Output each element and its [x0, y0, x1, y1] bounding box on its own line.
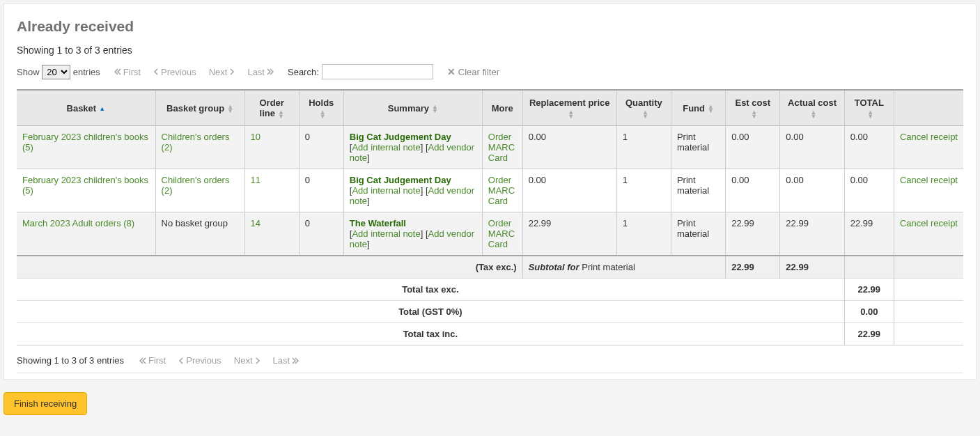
est-cost-value: 0.00 — [731, 132, 749, 142]
more-marc-link[interactable]: MARC — [488, 142, 515, 153]
first-link-bottom[interactable]: First — [139, 355, 166, 366]
chevron-right-icon — [255, 357, 260, 364]
more-card-link[interactable]: Card — [488, 153, 508, 163]
sort-desc-icon: ▼ — [568, 114, 574, 118]
item-title-link[interactable]: Big Cat Judgement Day — [350, 132, 451, 142]
subtotal-actual: 22.99 — [780, 256, 844, 279]
item-title-link[interactable]: The Waterfall — [350, 218, 406, 228]
table-row: March 2023 Adult orders (8)No basket gro… — [17, 212, 963, 256]
col-replacement-price[interactable]: Replacement price▲▼ — [522, 90, 616, 126]
add-internal-note-link[interactable]: Add internal note — [352, 142, 420, 153]
col-order-line[interactable]: Order line▲▼ — [244, 90, 299, 126]
table-toolbar: Show 20 entries First Previous Next Last — [17, 64, 963, 79]
sort-desc-icon: ▼ — [320, 114, 326, 118]
fund-value: Print material — [677, 218, 709, 239]
total-value: 0.00 — [850, 175, 868, 185]
quantity-value: 1 — [623, 218, 628, 228]
total-tax-exc-value: 22.99 — [844, 279, 894, 301]
previous-link[interactable]: Previous — [153, 67, 196, 77]
col-summary[interactable]: Summary▲▼ — [343, 90, 482, 126]
total-value: 22.99 — [850, 218, 873, 228]
replacement-price-value: 0.00 — [529, 175, 546, 185]
sort-desc-icon: ▼ — [708, 109, 714, 113]
col-holds[interactable]: Holds▲▼ — [299, 90, 343, 126]
clear-filter-link[interactable]: ✕ Clear filter — [447, 66, 499, 77]
total-gst-row: Total (GST 0%) 0.00 — [17, 301, 963, 323]
total-gst-label: Total (GST 0%) — [17, 301, 844, 323]
quantity-value: 1 — [623, 175, 628, 185]
sort-desc-icon: ▼ — [432, 109, 438, 113]
col-total[interactable]: TOTAL▲▼ — [844, 90, 894, 126]
basket-group-text: No basket group — [162, 218, 228, 228]
basket-group-link[interactable]: Children's orders (2) — [162, 132, 230, 153]
basket-link[interactable]: February 2023 children's books (5) — [22, 175, 148, 196]
double-chevron-right-icon — [292, 357, 299, 364]
total-tax-inc-row: Total tax inc. 22.99 — [17, 323, 963, 345]
pager-top: First Previous Next Last — [114, 67, 274, 77]
more-order-link[interactable]: Order — [488, 132, 511, 142]
chevron-left-icon — [153, 68, 159, 75]
more-card-link[interactable]: Card — [488, 196, 508, 206]
col-actual-cost[interactable]: Actual cost▲▼ — [780, 90, 844, 126]
order-line-link[interactable]: 10 — [251, 132, 260, 142]
fund-value: Print material — [677, 175, 709, 196]
search-input[interactable] — [322, 64, 433, 79]
first-link[interactable]: First — [114, 67, 141, 77]
more-marc-link[interactable]: MARC — [488, 185, 515, 196]
total-value: 0.00 — [850, 132, 868, 142]
col-basket-group[interactable]: Basket group▲▼ — [155, 90, 244, 126]
subtotal-tax-label: (Tax exc.) — [17, 256, 522, 279]
more-marc-link[interactable]: MARC — [488, 228, 515, 239]
col-quantity[interactable]: Quantity▲▼ — [616, 90, 671, 126]
col-est-cost[interactable]: Est cost▲▼ — [726, 90, 780, 126]
sort-desc-icon: ▼ — [642, 114, 648, 118]
sort-desc-icon: ▼ — [278, 114, 284, 118]
est-cost-value: 22.99 — [731, 218, 754, 228]
holds-value: 0 — [305, 175, 310, 185]
pager-bottom: First Previous Next Last — [139, 355, 299, 366]
finish-receiving-button[interactable]: Finish receiving — [3, 392, 87, 415]
page-title: Already received — [17, 18, 963, 35]
table-header-row: Basket▲ Basket group▲▼ Order line▲▼ Hold… — [17, 90, 963, 126]
more-card-link[interactable]: Card — [488, 239, 508, 249]
order-line-link[interactable]: 11 — [251, 175, 260, 185]
total-tax-exc-label: Total tax exc. — [17, 279, 844, 301]
subtotal-for-cell: Subtotal for Print material — [522, 256, 726, 279]
col-basket[interactable]: Basket▲ — [17, 90, 155, 126]
col-fund[interactable]: Fund▲▼ — [671, 90, 725, 126]
sort-desc-icon: ▼ — [811, 114, 817, 118]
next-link-bottom[interactable]: Next — [234, 355, 260, 366]
basket-link[interactable]: February 2023 children's books (5) — [22, 132, 148, 153]
subtotal-row: (Tax exc.) Subtotal for Print material 2… — [17, 256, 963, 279]
total-tax-inc-value: 22.99 — [844, 323, 894, 345]
order-line-link[interactable]: 14 — [251, 218, 260, 228]
show-label: Show — [17, 67, 40, 77]
replacement-price-value: 0.00 — [529, 132, 546, 142]
est-cost-value: 0.00 — [731, 175, 749, 185]
page-length-select[interactable]: 20 — [42, 65, 70, 79]
actual-cost-value: 22.99 — [786, 218, 809, 228]
already-received-panel: Already received Showing 1 to 3 of 3 ent… — [3, 3, 977, 380]
item-title-link[interactable]: Big Cat Judgement Day — [350, 175, 451, 185]
cancel-receipt-link[interactable]: Cancel receipt — [900, 132, 958, 142]
quantity-value: 1 — [623, 132, 628, 142]
table-row: February 2023 children's books (5)Childr… — [17, 169, 963, 212]
received-orders-table: Basket▲ Basket group▲▼ Order line▲▼ Hold… — [17, 89, 963, 345]
basket-link[interactable]: March 2023 Adult orders (8) — [22, 218, 134, 228]
previous-link-bottom[interactable]: Previous — [178, 355, 221, 366]
search-control: Search: — [288, 64, 433, 79]
add-internal-note-link[interactable]: Add internal note — [352, 185, 420, 196]
cancel-receipt-link[interactable]: Cancel receipt — [900, 218, 958, 228]
basket-group-link[interactable]: Children's orders (2) — [162, 175, 230, 196]
double-chevron-left-icon — [114, 68, 121, 75]
next-link[interactable]: Next — [209, 67, 235, 77]
add-internal-note-link[interactable]: Add internal note — [352, 228, 420, 239]
more-order-link[interactable]: Order — [488, 218, 511, 228]
last-link[interactable]: Last — [247, 67, 274, 77]
more-order-link[interactable]: Order — [488, 175, 511, 185]
fund-value: Print material — [677, 132, 709, 153]
last-link-bottom[interactable]: Last — [273, 355, 300, 366]
double-chevron-left-icon — [139, 357, 146, 364]
cancel-receipt-link[interactable]: Cancel receipt — [900, 175, 958, 185]
chevron-right-icon — [229, 68, 235, 75]
